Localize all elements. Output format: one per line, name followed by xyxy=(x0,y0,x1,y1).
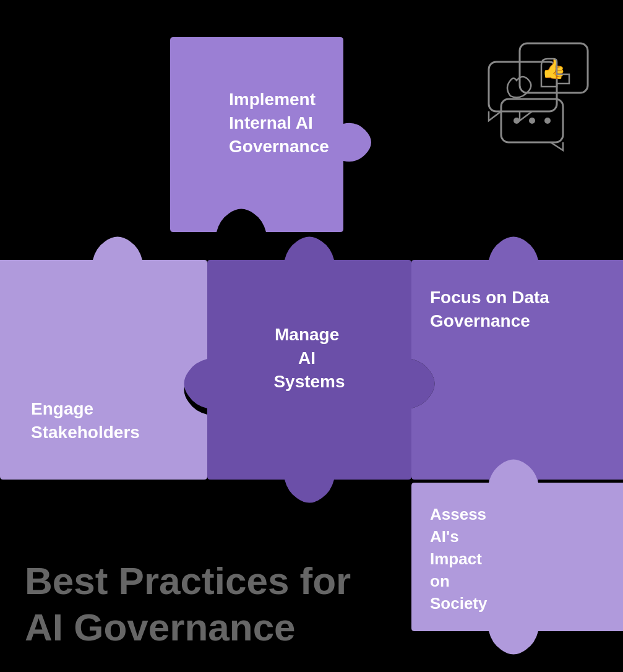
svg-point-4 xyxy=(513,118,520,124)
manage-piece xyxy=(184,237,435,503)
svg-point-5 xyxy=(529,118,535,124)
implement-piece xyxy=(170,37,371,232)
svg-text:👍: 👍 xyxy=(541,57,566,80)
engage-piece xyxy=(0,237,207,480)
chat-icons-group: 👍 xyxy=(489,43,588,150)
main-title: Best Practices for AI Governance xyxy=(25,559,354,648)
assess-label: Assess AI's Impact on Society xyxy=(430,505,491,613)
svg-point-6 xyxy=(544,118,551,124)
implement-label: Implement Internal AI Governance xyxy=(229,90,329,156)
